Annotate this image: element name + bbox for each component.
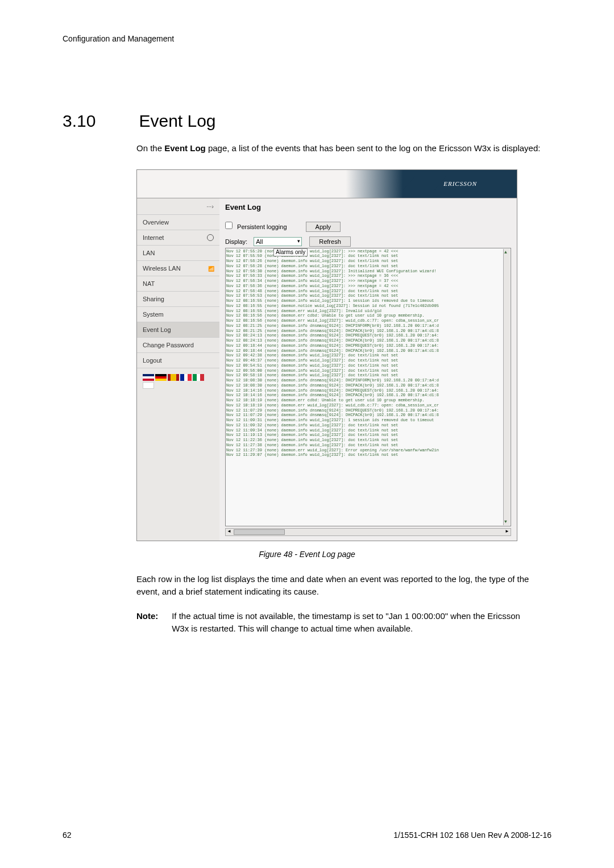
nav-nat[interactable]: NAT: [137, 276, 219, 292]
log-line: Nov 12 11:22:36 (none) daemon.info wuid_…: [226, 438, 510, 443]
log-line: Nov 12 08:16:56 (none) daemon.err wuid_l…: [226, 318, 510, 323]
section-heading: 3.10 Event Log: [63, 111, 551, 131]
nav-overview[interactable]: Overview: [137, 215, 219, 230]
log-line: Nov 12 07:56:36 (none) daemon.info wuid_…: [226, 284, 510, 289]
nav-label: Overview: [143, 219, 169, 226]
globe-icon: [207, 234, 214, 241]
log-line: Nov 12 07:56:30 (none) daemon.info wuid_…: [226, 269, 510, 274]
log-line: Nov 12 09:56:00 (none) daemon.info wuid_…: [226, 368, 510, 373]
vertical-scrollbar[interactable]: [503, 249, 510, 525]
page-footer: 62 1/1551-CRH 102 168 Uen Rev A 2008-12-…: [63, 830, 551, 840]
note-label: Note:: [136, 610, 169, 623]
nav-label: LAN: [143, 250, 155, 256]
log-line: Nov 12 08:24:13 (none) daemon.info dnsma…: [226, 338, 510, 343]
log-line: Nov 12 11:09:32 (none) daemon.info wuid_…: [226, 423, 510, 428]
intro-paragraph: On the Event Log page, a list of the eve…: [136, 142, 551, 155]
log-line: Nov 12 10:18:19 (none) daemon.err cdbd: …: [226, 398, 510, 403]
nav-label: Wireless LAN: [143, 265, 181, 272]
wifi-icon: [208, 265, 214, 272]
nav-system[interactable]: System: [137, 307, 219, 322]
note-block: Note: If the actual time is not availabl…: [136, 610, 551, 636]
event-log-screenshot: ERICSSON ···› Overview Internet LAN Wire…: [136, 169, 517, 541]
refresh-button[interactable]: Refresh: [309, 236, 351, 247]
paragraph-2: Each row in the log list displays the ti…: [136, 573, 551, 599]
log-line: Nov 12 07:55:20 (none) daemon.info wuid_…: [226, 249, 510, 254]
log-line: Nov 12 07:56:33 (none) daemon.info wuid_…: [226, 273, 510, 279]
log-line: Nov 12 07:55:59 (none) daemon.info wuid_…: [226, 254, 510, 259]
log-line: Nov 12 08:21:25 (none) daemon.info dnsma…: [226, 329, 510, 334]
nav-change-password[interactable]: Change Password: [137, 338, 219, 353]
figure-caption: Figure 48 - Event Log page: [63, 550, 551, 559]
ss-header: ERICSSON: [137, 170, 517, 198]
log-line: Nov 12 07:56:26 (none) daemon.info wuid_…: [226, 259, 510, 264]
persistent-logging-checkbox[interactable]: [225, 222, 233, 229]
flag-uk-icon[interactable]: [143, 374, 154, 381]
log-line: Nov 12 08:16:55 (none) daemon.info wuid_…: [226, 298, 510, 304]
log-line: Nov 12 10:14:16 (none) daemon.info dnsma…: [226, 388, 510, 393]
log-line: Nov 12 11:27:38 (none) daemon.info wuid_…: [226, 443, 510, 448]
flag-pl-icon[interactable]: [143, 382, 154, 389]
log-line: Nov 12 09:46:37 (none) daemon.info wuid_…: [226, 358, 510, 363]
nav-logout[interactable]: Logout: [137, 353, 219, 368]
apply-button[interactable]: Apply: [306, 222, 341, 232]
log-line: Nov 12 07:56:48 (none) daemon.info wuid_…: [226, 289, 510, 294]
nav-event-log[interactable]: Event Log: [137, 322, 219, 338]
log-line: Nov 12 11:07:29 (none) daemon.info dnsma…: [226, 413, 510, 418]
persist-row: Persistent logging Apply: [225, 222, 511, 232]
flag-it-icon[interactable]: [193, 374, 204, 381]
log-line: Nov 12 10:08:30 (none) daemon.info dnsma…: [226, 378, 510, 383]
log-line: Nov 12 10:14:16 (none) daemon.info dnsma…: [226, 393, 510, 398]
nav-label: Internet: [143, 234, 164, 241]
log-line: Nov 12 09:58:18 (none) daemon.info wuid_…: [226, 373, 510, 378]
horizontal-scrollbar[interactable]: [225, 528, 511, 536]
display-row: Display: All Refresh: [225, 236, 511, 247]
flag-de-icon[interactable]: [155, 374, 167, 381]
doc-id: 1/1551-CRH 102 168 Uen Rev A 2008-12-16: [393, 830, 551, 840]
ss-sidebar: ···› Overview Internet LAN Wireless LAN …: [137, 198, 219, 541]
log-line: Nov 12 11:09:34 (none) daemon.info wuid_…: [226, 428, 510, 433]
display-select[interactable]: All: [254, 237, 302, 246]
flag-es-icon[interactable]: [168, 374, 179, 381]
nav-label: Sharing: [143, 296, 164, 302]
panel-title: Event Log: [225, 203, 511, 211]
dropdown-option-alarms[interactable]: Alarms only: [273, 248, 308, 257]
log-line: Nov 12 07:56:53 (none) daemon.info wuid_…: [226, 293, 510, 298]
page-number: 62: [63, 830, 72, 840]
flag-fr-icon[interactable]: [180, 374, 192, 381]
log-line: Nov 12 09:18:44 (none) daemon.info dnsma…: [226, 348, 510, 354]
nav-internet[interactable]: Internet: [137, 230, 219, 246]
nav-label: NAT: [143, 280, 155, 287]
ss-main: Event Log Persistent logging Apply Displ…: [219, 198, 517, 541]
intro-post: page, a list of the events that has been…: [206, 143, 541, 153]
nav-wireless-lan[interactable]: Wireless LAN: [137, 261, 219, 276]
log-line: Nov 12 10:08:30 (none) daemon.info dnsma…: [226, 383, 510, 388]
log-line: Nov 12 08:16:56 (none) daemon.err cdbd: …: [226, 313, 510, 318]
nav-lan[interactable]: LAN: [137, 246, 219, 261]
log-line: Nov 12 09:42:38 (none) daemon.info wuid_…: [226, 353, 510, 358]
nav-sharing[interactable]: Sharing: [137, 292, 219, 307]
log-line: Nov 12 11:09:31 (none) daemon.info wuid_…: [226, 418, 510, 423]
log-line: Nov 12 08:16:55 (none) daemon.notice wui…: [226, 304, 510, 309]
collapse-arrow-icon[interactable]: ···›: [137, 198, 219, 215]
log-viewer[interactable]: Alarms only Nov 12 07:55:20 (none) daemo…: [225, 248, 511, 526]
log-line: Nov 12 11:29:07 (none) daemon.info wuid_…: [226, 452, 510, 458]
log-line: Nov 12 09:18:44 (none) daemon.info dnsma…: [226, 343, 510, 348]
log-line: Nov 12 08:16:55 (none) daemon.err wuid_l…: [226, 309, 510, 314]
note-text: If the actual time is not available, the…: [172, 610, 536, 636]
intro-bold: Event Log: [164, 143, 206, 153]
scrollbar-thumb[interactable]: [234, 529, 285, 535]
nav-label: System: [143, 311, 164, 318]
persistent-logging-label: Persistent logging: [237, 223, 287, 230]
intro-pre: On the: [136, 143, 164, 153]
log-line: Nov 12 08:24:13 (none) daemon.info dnsma…: [226, 333, 510, 338]
log-line: Nov 12 11:19:13 (none) daemon.info wuid_…: [226, 433, 510, 438]
log-line: Nov 12 09:54:51 (none) daemon.info wuid_…: [226, 363, 510, 368]
log-line: Nov 12 07:56:34 (none) daemon.info wuid_…: [226, 279, 510, 284]
log-line: Nov 12 11:07:29 (none) daemon.info dnsma…: [226, 408, 510, 413]
nav-label: Change Password: [143, 342, 194, 348]
display-label: Display:: [225, 238, 247, 245]
language-flags: [137, 368, 219, 394]
section-number: 3.10: [63, 111, 136, 131]
log-line: Nov 12 07:56:28 (none) daemon.info wuid_…: [226, 264, 510, 269]
ericsson-logo: ERICSSON: [443, 180, 477, 187]
